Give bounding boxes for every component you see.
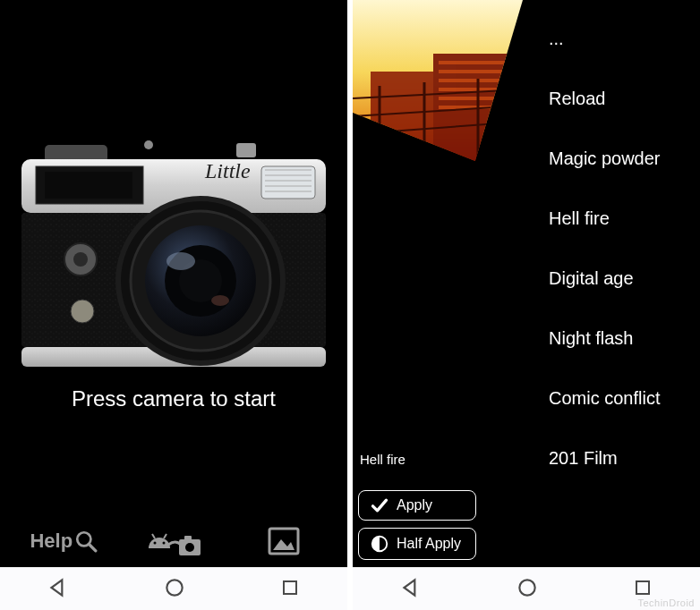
nav-recent-button[interactable] [279, 577, 301, 602]
nav-home-icon [163, 576, 186, 599]
nav-recent-icon [279, 577, 301, 598]
svg-rect-1 [236, 143, 256, 157]
help-label: Help [30, 530, 73, 553]
half-apply-button[interactable]: Half Apply [358, 528, 476, 560]
watermark-text: TechinDroid [637, 597, 695, 608]
filter-item-201-film[interactable]: 201 Film [543, 428, 700, 488]
svg-point-30 [162, 542, 165, 545]
svg-line-31 [152, 534, 155, 538]
svg-marker-57 [404, 580, 414, 595]
svg-line-32 [164, 534, 166, 538]
svg-rect-34 [184, 536, 192, 541]
svg-rect-6 [261, 166, 315, 199]
svg-point-58 [519, 580, 534, 595]
preview-column: Hell fire Apply Half Apply [353, 0, 543, 567]
svg-point-35 [185, 543, 194, 552]
gallery-button[interactable] [248, 521, 320, 562]
filter-list[interactable]: ... Reload Magic powder Hell fire Digita… [543, 0, 700, 567]
svg-point-22 [166, 252, 195, 270]
nav-back-button[interactable] [47, 576, 70, 603]
nav-back-icon [47, 576, 70, 599]
nav-back-button[interactable] [399, 576, 423, 603]
svg-line-28 [89, 544, 96, 551]
svg-rect-59 [636, 581, 649, 594]
right-body: Hell fire Apply Half Apply [353, 0, 700, 567]
screen-camera-start: Little [0, 0, 347, 610]
nav-recent-icon [632, 577, 653, 598]
svg-marker-38 [51, 580, 62, 595]
svg-marker-37 [273, 539, 295, 550]
checkmark-icon [370, 496, 389, 514]
magnifier-icon [74, 530, 98, 553]
nav-home-button[interactable] [516, 576, 539, 603]
svg-point-15 [73, 252, 88, 267]
half-circle-icon [370, 534, 389, 554]
android-nav-bar-right: TechinDroid [353, 567, 700, 610]
nav-home-icon [516, 576, 539, 599]
android-camera-icon [145, 523, 202, 559]
filter-item-more[interactable]: ... [543, 9, 700, 69]
apply-button-group: Apply Half Apply [358, 490, 476, 560]
svg-rect-40 [284, 581, 296, 594]
svg-point-2 [144, 140, 153, 149]
apply-button[interactable]: Apply [358, 490, 476, 521]
left-main-area: Little [0, 0, 347, 513]
svg-rect-5 [45, 172, 132, 199]
nav-back-icon [399, 576, 423, 599]
gallery-icon [268, 527, 300, 555]
svg-point-23 [211, 295, 229, 306]
filter-item-night-flash[interactable]: Night flash [543, 309, 700, 369]
left-bottom-toolbar: Help [0, 513, 347, 567]
vintage-camera-illustration[interactable]: Little [13, 138, 335, 370]
camera-brand-text: Little [204, 159, 251, 182]
svg-point-29 [153, 542, 156, 545]
svg-point-39 [166, 580, 182, 595]
svg-rect-44 [439, 61, 519, 64]
selected-filter-label: Hell fire [360, 452, 405, 467]
filter-item-magic-powder[interactable]: Magic powder [543, 129, 700, 189]
system-camera-button[interactable] [138, 521, 209, 562]
android-nav-bar-left [0, 567, 347, 610]
svg-rect-45 [439, 70, 519, 73]
filter-item-reload[interactable]: Reload [543, 69, 700, 129]
nav-home-button[interactable] [163, 576, 186, 603]
filter-item-digital-age[interactable]: Digital age [543, 249, 700, 309]
help-button[interactable]: Help [28, 521, 99, 562]
half-apply-label: Half Apply [397, 536, 461, 552]
screen-filter-select: Hell fire Apply Half Apply [353, 0, 700, 610]
filter-item-hell-fire[interactable]: Hell fire [543, 189, 700, 249]
apply-label: Apply [397, 497, 432, 513]
start-prompt-text: Press camera to start [72, 386, 276, 411]
filter-preview-image[interactable] [353, 0, 523, 161]
svg-point-16 [71, 300, 94, 323]
filter-item-comic-conflict[interactable]: Comic conflict [543, 369, 700, 428]
